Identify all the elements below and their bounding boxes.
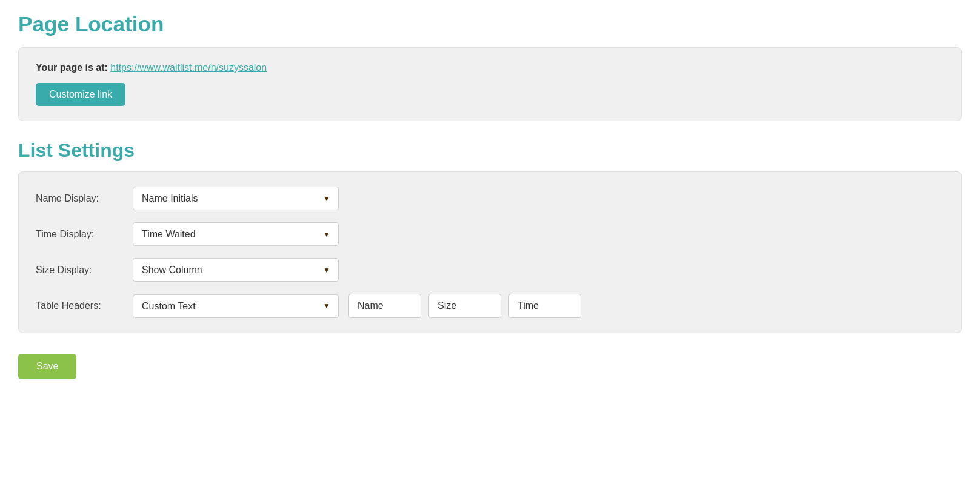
size-display-row: Size Display: Show Column Hide Column ▼	[36, 258, 944, 282]
page-location-card: Your page is at: https://www.waitlist.me…	[18, 47, 962, 121]
save-button[interactable]: Save	[18, 354, 76, 379]
name-display-select-wrap: Name Initials Full Name First Name Anony…	[133, 187, 339, 210]
table-headers-label: Table Headers:	[36, 300, 133, 311]
list-settings-title: List Settings	[18, 139, 962, 162]
custom-time-input[interactable]	[508, 294, 581, 318]
url-label: Your page is at:	[36, 62, 108, 73]
page-url-row: Your page is at: https://www.waitlist.me…	[36, 62, 944, 73]
customize-link-button[interactable]: Customize link	[36, 83, 125, 106]
list-settings-card: Name Display: Name Initials Full Name Fi…	[18, 171, 962, 333]
size-display-label: Size Display:	[36, 265, 133, 276]
time-display-select-wrap: Time Waited Arrival Time None ▼	[133, 222, 339, 246]
name-display-select[interactable]: Name Initials Full Name First Name Anony…	[133, 187, 339, 210]
size-display-select-wrap: Show Column Hide Column ▼	[133, 258, 339, 282]
time-display-label: Time Display:	[36, 229, 133, 240]
custom-size-input[interactable]	[428, 294, 501, 318]
custom-text-inputs	[348, 294, 581, 318]
time-display-row: Time Display: Time Waited Arrival Time N…	[36, 222, 944, 246]
page-title: Page Location	[18, 12, 962, 36]
name-display-label: Name Display:	[36, 193, 133, 204]
time-display-select[interactable]: Time Waited Arrival Time None	[133, 222, 339, 246]
table-headers-select-wrap: Custom Text Default None ▼	[133, 294, 339, 318]
size-display-select[interactable]: Show Column Hide Column	[133, 258, 339, 282]
custom-name-input[interactable]	[348, 294, 421, 318]
table-headers-row: Table Headers: Custom Text Default None …	[36, 294, 944, 318]
url-link[interactable]: https://www.waitlist.me/n/suzyssalon	[110, 62, 267, 73]
name-display-row: Name Display: Name Initials Full Name Fi…	[36, 187, 944, 210]
table-headers-select[interactable]: Custom Text Default None	[133, 294, 339, 318]
